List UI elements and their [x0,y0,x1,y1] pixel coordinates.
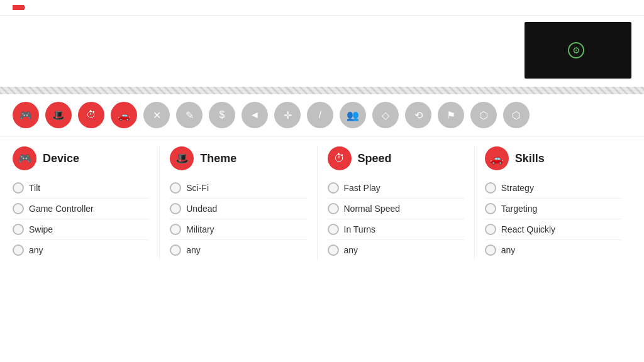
tool-icon-diamond[interactable]: ◇ [372,102,399,128]
radio-circle[interactable] [170,182,181,194]
option-label: Targeting [501,204,538,214]
option-item[interactable]: Fast Play [328,178,464,199]
category-header-skills: 🚗Skills [485,146,621,170]
tool-icon-dollar[interactable]: $ [209,102,235,128]
option-item[interactable]: Sci-Fi [170,178,306,199]
tool-icon-slash[interactable]: / [307,102,333,128]
subtitle-text [0,82,644,87]
option-label: Normal Speed [344,204,401,214]
radio-circle[interactable] [328,244,339,256]
radio-circle[interactable] [485,244,496,256]
tool-icon-people[interactable]: 👥 [340,102,366,128]
category-icon-speed[interactable]: ⏱ [328,146,352,170]
tool-icon-puzzle[interactable]: ✛ [274,102,301,128]
option-label: Strategy [501,183,534,193]
category-title-theme: Theme [200,152,236,165]
option-label: Game Controller [29,204,94,214]
category-title-skills: Skills [515,152,545,165]
icon-toolbar: 🎮🎩⏱🚗✕✎$◄✛/👥◇⟲⚑⬡⬡ [0,94,644,136]
tool-icon-arrows[interactable]: ⟲ [405,102,431,128]
option-item[interactable]: any [170,240,306,260]
option-label: Undead [186,204,217,214]
option-item[interactable]: Military [170,219,306,240]
category-col-theme: 🎩ThemeSci-FiUndeadMilitaryany [170,146,317,260]
option-item[interactable]: React Quickly [485,219,621,240]
option-item[interactable]: any [328,240,464,260]
tool-icon-clock[interactable]: ⏱ [78,102,104,128]
category-icon-theme[interactable]: 🎩 [170,146,194,170]
try-badge [13,5,25,10]
option-label: any [186,245,201,255]
radio-circle[interactable] [328,182,339,194]
category-title-speed: Speed [358,152,392,165]
option-item[interactable]: any [485,240,621,260]
radio-circle[interactable] [328,203,339,214]
option-item[interactable]: Targeting [485,199,621,219]
tool-icon-layers[interactable]: ⬡ [470,102,497,128]
category-col-skills: 🚗SkillsStrategyTargetingReact Quicklyany [485,146,631,260]
category-header-theme: 🎩Theme [170,146,306,170]
option-item[interactable]: Swipe [13,219,149,240]
option-item[interactable]: Normal Speed [328,199,464,219]
option-label: any [29,245,43,255]
genome-badge: ⚙ [525,22,631,79]
option-item[interactable]: Game Controller [13,199,149,219]
category-title-device: Device [43,152,79,165]
option-item[interactable]: Tilt [13,178,149,199]
option-label: Fast Play [344,183,380,193]
category-col-speed: ⏱SpeedFast PlayNormal SpeedIn Turnsany [328,146,475,260]
radio-circle[interactable] [13,182,24,194]
option-label: any [344,245,358,255]
categories-section: 🎮DeviceTiltGame ControllerSwipeany🎩Theme… [0,136,644,270]
option-label: any [501,245,516,255]
title-section: ⚙ [0,16,644,82]
radio-circle[interactable] [485,224,496,235]
radio-circle[interactable] [485,182,496,194]
radio-circle[interactable] [170,224,181,235]
option-label: Tilt [29,183,40,193]
option-label: Military [186,224,214,234]
option-item[interactable]: any [13,240,149,260]
genome-icon-row: ⚙ [568,42,588,58]
option-item[interactable]: Undead [170,199,306,219]
option-label: Swipe [29,224,53,234]
tool-icon-flag[interactable]: ⚑ [438,102,464,128]
option-item[interactable]: Strategy [485,178,621,199]
header-banner [0,0,644,16]
radio-circle[interactable] [170,244,181,256]
tool-icon-x[interactable]: ✕ [143,102,170,128]
tool-icon-controller[interactable]: 🎮 [13,102,39,128]
radio-circle[interactable] [13,244,24,256]
option-label: React Quickly [501,224,555,234]
category-header-device: 🎮Device [13,146,149,170]
tool-icon-car[interactable]: 🚗 [111,102,137,128]
option-label: Sci-Fi [186,183,209,193]
tool-icon-pencil[interactable]: ✎ [176,102,203,128]
genome-circle-icon: ⚙ [568,42,584,58]
category-header-speed: ⏱Speed [328,146,464,170]
radio-circle[interactable] [13,203,24,214]
option-item[interactable]: In Turns [328,219,464,240]
tool-icon-hat[interactable]: 🎩 [45,102,72,128]
radio-circle[interactable] [328,224,339,235]
tool-icon-shield[interactable]: ⬡ [503,102,530,128]
category-col-device: 🎮DeviceTiltGame ControllerSwipeany [13,146,160,260]
category-icon-skills[interactable]: 🚗 [485,146,509,170]
tool-icon-left-arrow[interactable]: ◄ [242,102,268,128]
radio-circle[interactable] [13,224,24,235]
radio-circle[interactable] [170,203,181,214]
radio-circle[interactable] [485,203,496,214]
stripe-divider [0,87,644,94]
category-icon-device[interactable]: 🎮 [13,146,36,170]
option-label: In Turns [344,224,376,234]
